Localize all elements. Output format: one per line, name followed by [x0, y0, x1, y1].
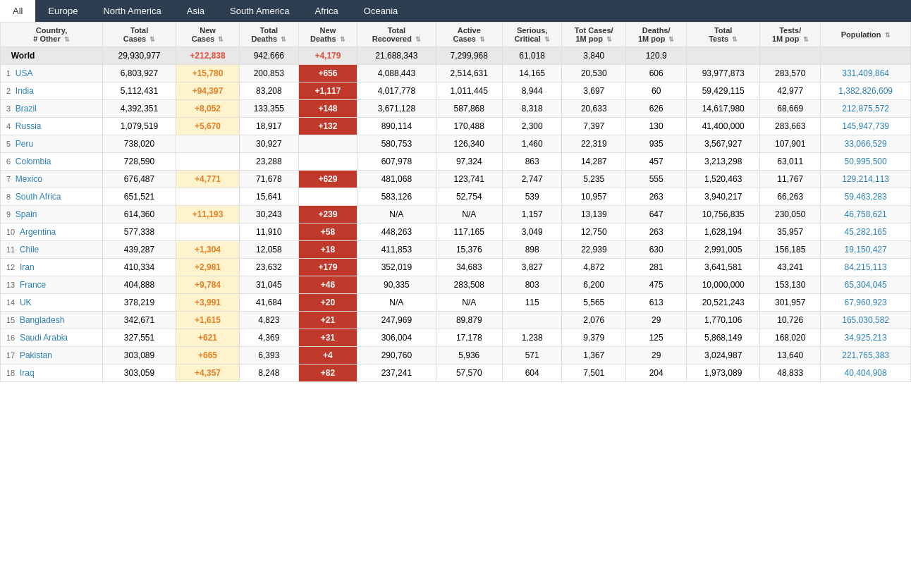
row-number: 11: [6, 245, 15, 254]
row-new-deaths: +21: [298, 312, 357, 329]
row-total-tests: 5,868,149: [687, 329, 760, 347]
header-total-cases[interactable]: TotalCases ⇅: [103, 23, 176, 47]
tab-north-america[interactable]: North America: [90, 0, 173, 22]
row-population: 129,214,113: [821, 171, 911, 188]
row-new-cases: +621: [176, 329, 239, 347]
header-population-label: Population: [841, 30, 881, 39]
country-link[interactable]: Bangladesh: [20, 315, 64, 325]
country-link[interactable]: USA: [16, 68, 33, 78]
header-total-deaths[interactable]: TotalDeaths ⇅: [240, 23, 299, 47]
header-total-tests-label: TotalTests: [709, 26, 732, 43]
row-active-cases: 89,879: [436, 312, 502, 329]
country-link[interactable]: UK: [20, 298, 32, 307]
row-active-cases: 17,178: [436, 329, 502, 347]
table-row: 9 Spain 614,360 +11,193 30,243 +239 N/A …: [1, 206, 911, 223]
row-total-cases: 4,392,351: [103, 100, 176, 118]
country-link[interactable]: Colombia: [16, 157, 51, 166]
header-serious-critical[interactable]: Serious,Critical ⇅: [502, 23, 561, 47]
row-active-cases: N/A: [436, 206, 502, 223]
row-new-deaths: [298, 135, 357, 153]
country-link[interactable]: India: [16, 86, 34, 96]
row-country-cell: 9 Spain: [1, 206, 103, 223]
header-total-tests[interactable]: TotalTests ⇅: [687, 23, 760, 47]
country-link[interactable]: South Africa: [16, 192, 61, 202]
row-tot-cases-1m: 7,397: [562, 118, 626, 135]
row-total-cases: 410,334: [103, 259, 176, 276]
tab-all[interactable]: All: [0, 0, 35, 22]
country-link[interactable]: Peru: [16, 139, 33, 149]
row-tests-1m: 68,669: [760, 100, 821, 118]
row-number: 8: [6, 192, 11, 201]
country-link[interactable]: Iran: [20, 262, 35, 272]
country-link[interactable]: Argentina: [20, 227, 56, 237]
tab-asia[interactable]: Asia: [174, 0, 217, 22]
table-row: 1 USA 6,803,927 +15,780 200,853 +656 4,0…: [1, 65, 911, 82]
row-active-cases: 170,488: [436, 118, 502, 135]
row-number: 18: [6, 369, 15, 377]
tab-europe[interactable]: Europe: [35, 0, 90, 22]
row-population: 221,765,383: [821, 347, 911, 365]
country-link[interactable]: Mexico: [16, 174, 42, 184]
header-tot-cases-1m[interactable]: Tot Cases/1M pop ⇅: [562, 23, 626, 47]
row-active-cases: 15,376: [436, 241, 502, 259]
tab-africa[interactable]: Africa: [302, 0, 351, 22]
row-country-cell: 14 UK: [1, 294, 103, 312]
row-population: 34,925,213: [821, 329, 911, 347]
row-tot-cases-1m: 4,872: [562, 259, 626, 276]
country-link[interactable]: Saudi Arabia: [20, 333, 68, 343]
header-country[interactable]: Country,# Other ⇅: [1, 23, 103, 47]
country-link[interactable]: Brazil: [16, 104, 37, 114]
world-total-tests: [687, 47, 760, 65]
table-row: 3 Brazil 4,392,351 +8,052 133,355 +148 3…: [1, 100, 911, 118]
header-tests-1m[interactable]: Tests/1M pop ⇅: [760, 23, 821, 47]
country-link[interactable]: Iraq: [20, 368, 35, 378]
sort-icon-new-deaths: ⇅: [340, 36, 346, 43]
row-deaths-1m: 281: [626, 259, 687, 276]
header-active-cases[interactable]: ActiveCases ⇅: [436, 23, 502, 47]
country-link[interactable]: Chile: [20, 245, 39, 255]
row-tot-cases-1m: 1,367: [562, 347, 626, 365]
row-population: 40,404,908: [821, 365, 911, 382]
header-deaths-1m[interactable]: Deaths/1M pop ⇅: [626, 23, 687, 47]
row-new-cases: +3,991: [176, 294, 239, 312]
header-population[interactable]: Population ⇅: [821, 23, 911, 47]
country-link[interactable]: Spain: [16, 209, 37, 219]
tab-south-america[interactable]: South America: [217, 0, 302, 22]
header-deaths-1m-label: Deaths/1M pop: [638, 26, 671, 43]
row-total-tests: 3,024,987: [687, 347, 760, 365]
row-number: 1: [6, 69, 11, 78]
row-population: 212,875,572: [821, 100, 911, 118]
row-total-deaths: 41,684: [240, 294, 299, 312]
row-active-cases: 2,514,631: [436, 65, 502, 82]
row-tests-1m: 283,570: [760, 65, 821, 82]
row-number: 3: [6, 104, 11, 113]
header-new-cases[interactable]: NewCases ⇅: [176, 23, 239, 47]
row-country-cell: 10 Argentina: [1, 223, 103, 241]
country-link[interactable]: Russia: [16, 121, 42, 131]
row-total-deaths: 71,678: [240, 171, 299, 188]
row-deaths-1m: 263: [626, 223, 687, 241]
row-tests-1m: 35,957: [760, 223, 821, 241]
sort-icon-total-cases: ⇅: [149, 36, 155, 43]
row-number: 4: [6, 122, 11, 130]
row-new-deaths: +31: [298, 329, 357, 347]
tab-oceania[interactable]: Oceania: [351, 0, 410, 22]
row-total-deaths: 83,208: [240, 82, 299, 100]
row-total-recovered: 306,004: [357, 329, 436, 347]
row-total-recovered: 4,088,443: [357, 65, 436, 82]
row-country-cell: 8 South Africa: [1, 188, 103, 206]
row-total-deaths: 6,393: [240, 347, 299, 365]
row-total-tests: 3,940,217: [687, 188, 760, 206]
row-total-recovered: 583,126: [357, 188, 436, 206]
country-link[interactable]: France: [20, 280, 46, 290]
header-new-deaths[interactable]: NewDeaths ⇅: [298, 23, 357, 47]
row-deaths-1m: 125: [626, 329, 687, 347]
row-total-tests: 3,641,581: [687, 259, 760, 276]
country-link[interactable]: Pakistan: [20, 350, 52, 360]
row-total-cases: 439,287: [103, 241, 176, 259]
header-total-recovered[interactable]: TotalRecovered ⇅: [357, 23, 436, 47]
row-total-deaths: 12,058: [240, 241, 299, 259]
row-tests-1m: 168,020: [760, 329, 821, 347]
row-total-recovered: N/A: [357, 294, 436, 312]
row-total-tests: 3,213,298: [687, 153, 760, 171]
